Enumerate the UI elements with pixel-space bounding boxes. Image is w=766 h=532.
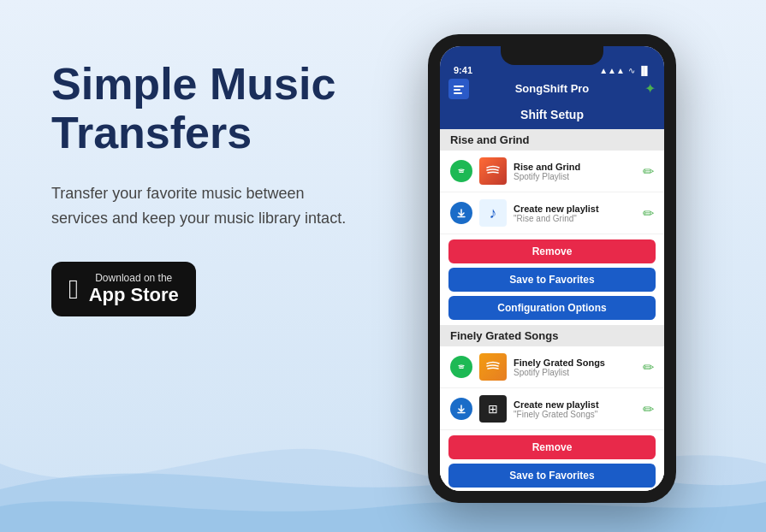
plus-icon: ✦ xyxy=(644,80,656,97)
edit-icon-2: ✏ xyxy=(643,359,654,375)
thumb-2 xyxy=(479,353,507,381)
spotify-icon-2 xyxy=(450,356,472,378)
shift-setup-bar: Shift Setup xyxy=(440,102,664,129)
status-icons: ▲▲▲ ∿ ▐▌ xyxy=(599,66,650,75)
source-item-1: Rise and Grind Spotify Playlist ✏ xyxy=(440,151,664,192)
dest-item-1: ♪ Create new playlist "Rise and Grind" ✏ xyxy=(440,192,664,234)
item-title-1: Rise and Grind xyxy=(514,162,636,172)
phone-notch xyxy=(501,46,603,65)
thumb-new-1: ♪ xyxy=(479,199,507,227)
edit-icon-1: ✏ xyxy=(643,163,654,180)
item-info-2: Finely Grated Songs Spotify Playlist xyxy=(514,358,636,377)
subtitle-text: Transfer your favorite music between ser… xyxy=(51,181,359,231)
shift-setup-title: Shift Setup xyxy=(520,108,584,121)
dest-subtitle-1: "Rise and Grind" xyxy=(514,214,636,223)
phone-mockup: 9:41 ▲▲▲ ∿ ▐▌ SongShift Pro ✦ xyxy=(428,34,676,503)
section-header-2: Finely Grated Songs xyxy=(440,325,664,346)
remove-button-2[interactable]: Remove xyxy=(448,435,656,459)
section-header-1: Rise and Grind xyxy=(440,129,664,151)
svg-rect-2 xyxy=(454,92,462,94)
app-name: SongShift Pro xyxy=(515,82,590,95)
btn-text-group: Download on the App Store xyxy=(89,272,179,306)
apple-icon:  xyxy=(68,275,79,303)
save-button-2[interactable]: Save to Favorites xyxy=(448,464,656,488)
action-buttons-1: Remove Save to Favorites Configuration O… xyxy=(440,234,664,325)
config-button-1[interactable]: Configuration Options xyxy=(448,296,656,320)
app-store-button[interactable]:  Download on the App Store xyxy=(51,262,196,316)
item-info-1: Rise and Grind Spotify Playlist xyxy=(514,162,636,181)
signal-icon: ▲▲▲ xyxy=(599,66,625,75)
app-header: SongShift Pro ✦ xyxy=(440,79,664,102)
svg-rect-0 xyxy=(454,86,464,87)
item-subtitle-2: Spotify Playlist xyxy=(514,368,636,377)
remove-button-1[interactable]: Remove xyxy=(448,239,656,263)
left-panel: Simple Music Transfers Transfer your fav… xyxy=(51,43,411,316)
main-title: Simple Music Transfers xyxy=(51,60,411,157)
edit-icon-dest-1: ✏ xyxy=(643,205,654,222)
download-icon-2 xyxy=(450,398,472,420)
item-info-dest-2: Create new playlist "Finely Grated Songs… xyxy=(514,399,636,419)
download-icon-1 xyxy=(450,202,472,224)
svg-rect-1 xyxy=(454,89,460,91)
wifi-icon: ∿ xyxy=(628,66,635,75)
action-buttons-2: Remove Save to Favorites xyxy=(440,430,664,491)
btn-small-text: Download on the xyxy=(89,272,179,284)
item-subtitle-1: Spotify Playlist xyxy=(514,172,636,181)
save-button-1[interactable]: Save to Favorites xyxy=(448,268,656,292)
item-info-dest-1: Create new playlist "Rise and Grind" xyxy=(514,204,636,223)
source-item-2: Finely Grated Songs Spotify Playlist ✏ xyxy=(440,346,664,388)
btn-large-text: App Store xyxy=(89,284,179,306)
dest-title-1: Create new playlist xyxy=(514,204,636,214)
item-title-2: Finely Grated Songs xyxy=(514,358,636,368)
edit-icon-dest-2: ✏ xyxy=(643,401,654,417)
thumb-1 xyxy=(479,157,507,185)
spotify-icon-1 xyxy=(450,160,472,182)
phone-screen: 9:41 ▲▲▲ ∿ ▐▌ SongShift Pro ✦ xyxy=(440,46,664,491)
status-time: 9:41 xyxy=(454,65,472,75)
thumb-new-2: ⊞ xyxy=(479,395,507,423)
left-icon xyxy=(448,79,469,99)
right-panel: 9:41 ▲▲▲ ∿ ▐▌ SongShift Pro ✦ xyxy=(411,34,676,503)
battery-icon: ▐▌ xyxy=(638,66,650,75)
dest-subtitle-2: "Finely Grated Songs" xyxy=(514,410,636,419)
dest-title-2: Create new playlist xyxy=(514,399,636,410)
dest-item-2: ⊞ Create new playlist "Finely Grated Son… xyxy=(440,388,664,430)
screen-content: Rise and Grind Rise and Grind Spotify Pl… xyxy=(440,129,664,491)
